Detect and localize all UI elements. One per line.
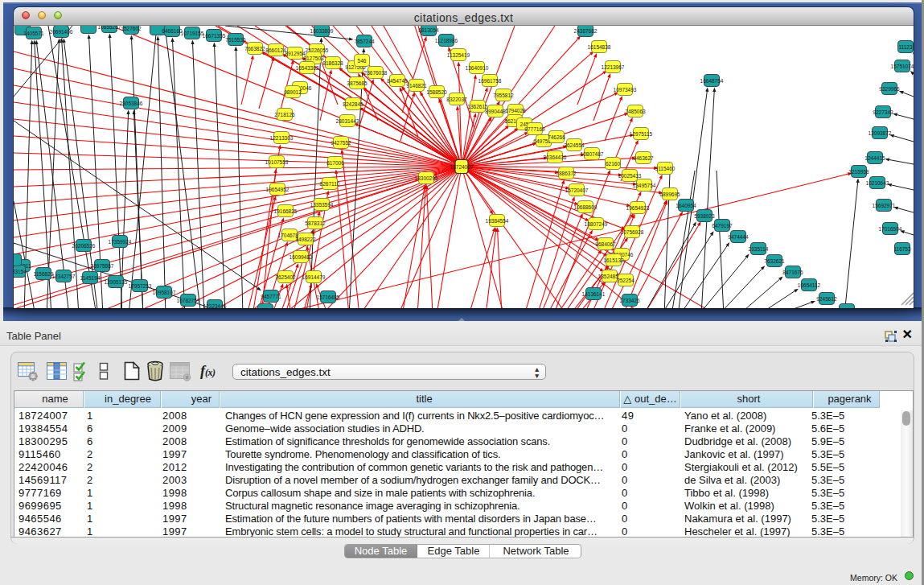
svg-text:1640954: 1640954 [676, 203, 696, 208]
svg-text:8267110: 8267110 [320, 181, 340, 187]
svg-text:7625402: 7625402 [275, 274, 296, 280]
svg-text:17957253: 17957253 [129, 283, 152, 289]
svg-text:18724007: 18724007 [450, 164, 474, 170]
svg-text:9245612: 9245612 [816, 296, 837, 302]
svg-text:1588520: 1588520 [426, 89, 447, 95]
svg-text:12213303: 12213303 [270, 135, 294, 141]
svg-text:8813054: 8813054 [418, 27, 439, 33]
svg-text:3624554: 3624554 [564, 142, 585, 148]
svg-text:11123: 11123 [898, 44, 912, 50]
svg-text:16543362: 16543362 [296, 65, 319, 71]
svg-text:12975115: 12975115 [630, 131, 653, 137]
svg-text:5878312: 5878312 [305, 220, 326, 226]
svg-text:19384554: 19384554 [486, 218, 509, 224]
svg-text:20364436: 20364436 [544, 154, 567, 160]
svg-text:18300295: 18300295 [415, 175, 438, 181]
svg-text:11325419: 11325419 [447, 52, 470, 58]
svg-text:62160: 62160 [606, 161, 620, 167]
svg-text:8242845: 8242845 [343, 101, 363, 107]
svg-text:12323446: 12323446 [203, 303, 227, 309]
svg-text:9115460: 9115460 [655, 166, 676, 171]
svg-text:6899695: 6899695 [659, 192, 680, 197]
svg-text:9227343: 9227343 [873, 109, 893, 115]
svg-text:10973493: 10973493 [614, 87, 637, 93]
svg-text:16961758: 16961758 [478, 78, 502, 84]
svg-text:3875685: 3875685 [347, 80, 368, 86]
svg-text:9329966: 9329966 [879, 86, 900, 92]
svg-text:19654923: 19654923 [626, 205, 650, 211]
svg-text:13495754: 13495754 [633, 183, 656, 188]
svg-text:10025433: 10025433 [618, 173, 642, 179]
svg-text:10210643: 10210643 [866, 180, 889, 186]
svg-text:10958107: 10958107 [153, 290, 176, 295]
svg-text:29053846: 29053846 [120, 101, 143, 106]
svg-text:12342757: 12342757 [52, 274, 76, 279]
svg-text:10688609: 10688609 [574, 204, 598, 210]
svg-text:3498222: 3498222 [295, 237, 316, 242]
svg-text:6466160: 6466160 [162, 28, 183, 34]
svg-text:746266: 746266 [548, 134, 565, 140]
svg-text:11218986: 11218986 [435, 38, 458, 43]
svg-text:7485063: 7485063 [625, 109, 646, 114]
svg-text:546: 546 [358, 58, 367, 64]
svg-text:18807249: 18807249 [585, 221, 608, 227]
svg-text:1527602: 1527602 [121, 26, 142, 31]
svg-text:817006: 817006 [326, 160, 344, 166]
svg-text:1615132: 1615132 [603, 257, 624, 263]
svg-text:6479197: 6479197 [712, 223, 733, 229]
svg-text:15716485: 15716485 [317, 295, 340, 300]
svg-text:3215958: 3215958 [848, 169, 869, 175]
svg-text:15720407: 15720407 [565, 187, 589, 193]
svg-text:7515536: 7515536 [225, 37, 246, 43]
svg-text:9777169: 9777169 [524, 126, 545, 132]
svg-text:10107553: 10107553 [265, 159, 289, 165]
svg-text:8912954: 8912954 [285, 51, 306, 56]
svg-text:1733426: 1733426 [619, 298, 640, 303]
svg-text:8186328: 8186328 [322, 60, 343, 66]
svg-text:116753: 116753 [893, 246, 911, 252]
svg-text:16914479: 16914479 [302, 274, 326, 280]
svg-text:7857244: 7857244 [354, 39, 375, 44]
svg-text:12093872: 12093872 [869, 130, 892, 136]
svg-text:23975867: 23975867 [91, 263, 114, 269]
svg-text:15692971: 15692971 [873, 203, 896, 208]
svg-text:9427552: 9427552 [331, 140, 351, 146]
svg-text:17016504: 17016504 [879, 226, 902, 232]
svg-text:23676038: 23676038 [364, 70, 388, 76]
svg-text:16671355: 16671355 [203, 33, 226, 39]
svg-text:16099483: 16099483 [290, 254, 313, 260]
svg-text:9146821: 9146821 [406, 83, 427, 89]
svg-text:10719155: 10719155 [181, 31, 204, 36]
svg-text:133154: 133154 [14, 269, 27, 274]
svg-text:7632621: 7632621 [764, 258, 785, 264]
svg-text:16154838: 16154838 [588, 44, 611, 50]
svg-text:989012: 989012 [284, 89, 302, 95]
svg-text:8471676: 8471676 [782, 270, 803, 275]
svg-text:9684067: 9684067 [595, 241, 616, 247]
svg-text:28031443: 28031443 [336, 118, 359, 124]
svg-text:2718126: 2718126 [274, 112, 295, 117]
svg-text:13353594: 13353594 [310, 202, 334, 208]
svg-text:6794028: 6794028 [505, 108, 526, 113]
svg-text:17359924: 17359924 [109, 239, 132, 245]
svg-text:9463627: 9463627 [633, 155, 654, 161]
svg-text:5938923: 5938923 [694, 213, 715, 219]
svg-text:20691406: 20691406 [50, 29, 73, 35]
svg-text:965012: 965012 [838, 307, 856, 309]
svg-text:10855267: 10855267 [98, 26, 121, 30]
svg-text:8454749: 8454749 [387, 78, 408, 84]
svg-text:2935114: 2935114 [749, 246, 769, 252]
svg-text:16648754: 16648754 [700, 78, 724, 84]
svg-text:1292344: 1292344 [255, 307, 276, 309]
svg-text:9127503: 9127503 [303, 56, 324, 61]
svg-text:10654112: 10654112 [798, 282, 821, 288]
svg-text:9457771: 9457771 [261, 294, 281, 299]
svg-text:14136141: 14136141 [582, 291, 606, 297]
svg-text:19654952: 19654952 [266, 187, 290, 192]
svg-text:9474444: 9474444 [728, 234, 749, 240]
svg-text:7663822: 7663822 [244, 46, 265, 51]
svg-text:24387682: 24387682 [574, 28, 598, 34]
svg-text:252254: 252254 [617, 278, 634, 283]
svg-text:8660124: 8660124 [265, 47, 286, 53]
svg-text:1156829: 1156829 [34, 271, 54, 277]
